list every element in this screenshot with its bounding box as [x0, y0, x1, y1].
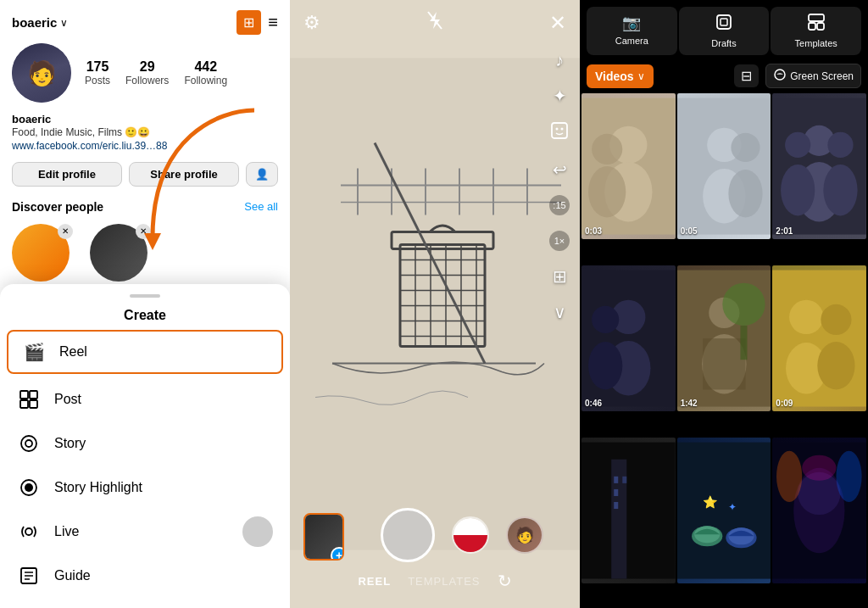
video-thumb-7[interactable]	[581, 438, 676, 583]
svg-text:⭐: ⭐	[703, 494, 718, 510]
flag-selector[interactable]	[452, 516, 489, 554]
create-post-item[interactable]: Post	[0, 377, 290, 421]
video-preview-3	[772, 93, 866, 239]
undo-tool[interactable]: ↩	[553, 159, 567, 180]
svg-point-74	[722, 283, 765, 326]
header-icons: ⊞ ≡	[236, 10, 278, 35]
stats: 175 Posts 29 Followers 442 Following	[85, 59, 278, 86]
svg-rect-84	[614, 489, 618, 496]
bio-name: boaeric	[12, 113, 278, 126]
video-preview-9	[772, 438, 866, 583]
video-preview-7	[581, 438, 676, 583]
tab-drafts[interactable]: Drafts	[679, 7, 770, 55]
settings-button[interactable]: ⚙	[303, 10, 320, 36]
timer-tool[interactable]: :15	[549, 195, 570, 215]
video-thumb-1[interactable]: 0:03	[581, 93, 676, 239]
svg-rect-46	[817, 23, 824, 30]
svg-rect-83	[614, 477, 618, 483]
create-story-item[interactable]: Story	[0, 421, 290, 466]
flip-camera-icon[interactable]: ↻	[498, 571, 512, 591]
video-preview-6	[772, 265, 866, 411]
username-row: boaeric ∨ ⊞ ≡	[12, 10, 278, 35]
guide-label: Guide	[54, 568, 91, 583]
create-sheet: Create 🎬 Reel Post	[0, 284, 290, 608]
create-guide-item[interactable]: Guide	[0, 554, 290, 598]
create-live-item[interactable]: Live	[0, 510, 290, 554]
media-tabs: 📷 Camera Drafts Templates	[580, 0, 868, 59]
discover-label: Discover people	[12, 200, 103, 214]
video-thumb-8[interactable]: ⭐ ✦	[677, 438, 771, 583]
video-grid: 0:03 0:05	[580, 93, 868, 608]
edit-profile-button[interactable]: Edit profile	[12, 162, 122, 187]
video-duration-5: 1:42	[681, 399, 698, 408]
add-person-button[interactable]: 👤	[246, 162, 278, 187]
face-tool[interactable]	[550, 121, 569, 144]
sparkle-tool[interactable]: ✦	[553, 86, 567, 106]
tab-templates[interactable]: Templates	[771, 7, 861, 55]
thumbnail-image: +	[305, 515, 342, 559]
svg-point-68	[592, 306, 619, 333]
live-label: Live	[54, 524, 79, 539]
chevron-down-icon: ∨	[60, 17, 68, 29]
right-panel: 📷 Camera Drafts Templates	[580, 0, 868, 608]
add-content-button[interactable]: ⊞	[236, 10, 261, 35]
thumbnail-overlay[interactable]: +	[303, 513, 344, 561]
bio-section: boaeric Food, Indie Music, Films 🙂😀 www.…	[12, 109, 278, 155]
video-duration-4: 0:46	[585, 399, 602, 408]
music-tool[interactable]: ♪	[555, 51, 564, 70]
post-icon	[17, 388, 41, 411]
followers-label: Followers	[125, 75, 169, 86]
svg-point-69	[588, 342, 622, 389]
filter-chevron-icon: ∨	[637, 70, 645, 82]
shutter-button[interactable]	[381, 508, 435, 562]
close-camera-button[interactable]: ✕	[549, 10, 566, 36]
svg-rect-87	[677, 443, 771, 579]
action-buttons: Edit profile Share profile 👤	[12, 162, 278, 187]
video-thumb-3[interactable]: 2:01	[772, 93, 866, 239]
video-thumb-5[interactable]: 1:42	[677, 265, 771, 411]
create-reel-item[interactable]: 🎬 Reel	[7, 330, 283, 374]
templates-mode[interactable]: TEMPLATES	[408, 575, 480, 588]
see-all-link[interactable]: See all	[244, 200, 278, 213]
bio-link[interactable]: www.facebook.com/eric.liu.39…88	[12, 140, 278, 152]
reel-mode[interactable]: REEL	[358, 575, 391, 588]
story-label: Story	[54, 436, 86, 451]
video-preview-8: ⭐ ✦	[677, 438, 771, 583]
bio-desc: Food, Indie Music, Films 🙂😀	[12, 126, 278, 140]
svg-rect-1	[20, 391, 28, 399]
tab-camera[interactable]: 📷 Camera	[587, 7, 677, 55]
svg-rect-45	[809, 23, 815, 30]
svg-rect-44	[809, 14, 824, 21]
layout-button[interactable]: ⊟	[734, 64, 759, 87]
close-person-1-button[interactable]: ✕	[58, 224, 73, 239]
speed-tool[interactable]: 1×	[549, 231, 570, 251]
following-count: 442	[194, 59, 217, 75]
drafts-tab-label: Drafts	[711, 38, 736, 48]
layout-tool[interactable]: ⊞	[553, 266, 567, 287]
svg-point-41	[561, 128, 564, 131]
more-tools[interactable]: ∨	[554, 302, 566, 322]
person-card-1: ✕	[12, 224, 80, 282]
video-thumb-6[interactable]: 0:09	[772, 265, 866, 411]
videos-filter-dropdown[interactable]: Videos ∨	[587, 64, 654, 88]
video-thumb-2[interactable]: 0:05	[677, 93, 771, 239]
video-thumb-9[interactable]	[772, 438, 866, 583]
svg-rect-3	[20, 400, 28, 408]
share-profile-button[interactable]: Share profile	[129, 162, 239, 187]
svg-point-57	[728, 170, 762, 217]
post-label: Post	[54, 392, 81, 407]
svg-rect-43	[721, 19, 727, 25]
camera-tab-label: Camera	[615, 36, 648, 46]
video-thumb-4[interactable]: 0:46	[581, 265, 676, 411]
user-avatar-camera[interactable]: 🧑	[506, 516, 543, 554]
close-person-2-button[interactable]: ✕	[136, 224, 151, 239]
create-story-highlight-item[interactable]: Story Highlight	[0, 466, 290, 510]
green-screen-button[interactable]: Green Screen	[765, 64, 861, 88]
video-preview-4	[581, 265, 676, 411]
svg-point-56	[731, 133, 760, 162]
lightning-off-button[interactable]	[426, 10, 443, 36]
svg-point-79	[821, 304, 852, 335]
camera-toolbar: ⚙ ✕	[290, 0, 580, 46]
video-duration-2: 0:05	[681, 226, 698, 236]
hamburger-icon[interactable]: ≡	[268, 13, 278, 32]
